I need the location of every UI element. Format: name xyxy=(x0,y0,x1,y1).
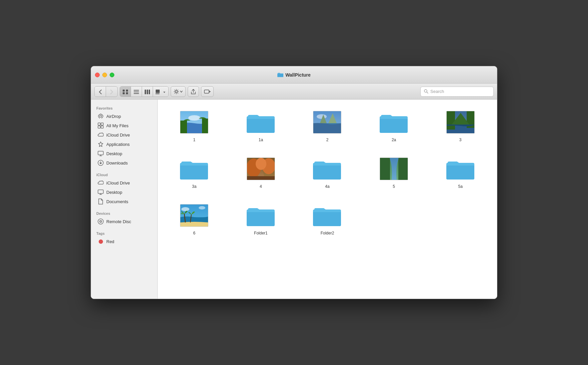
image-preview-2 xyxy=(313,111,341,134)
sidebar: Favorites AirDrop All My Files iCloud Dr… xyxy=(91,100,158,299)
file-item-1a[interactable]: 1a xyxy=(231,106,291,145)
file-item-4a[interactable]: 4a xyxy=(297,153,357,191)
file-item-3[interactable]: 3 xyxy=(430,106,490,145)
file-name-5: 5 xyxy=(393,184,395,189)
svg-line-17 xyxy=(427,92,428,93)
forward-button[interactable] xyxy=(106,87,117,97)
svg-rect-1 xyxy=(126,90,128,92)
gear-icon xyxy=(174,89,179,94)
file-item-4[interactable]: 4 xyxy=(231,153,291,191)
folder-svg-5a xyxy=(446,157,475,181)
svg-rect-2 xyxy=(123,92,125,94)
sidebar-label-airdrop: AirDrop xyxy=(106,114,121,119)
file-icon-4 xyxy=(246,156,276,182)
svg-rect-25 xyxy=(98,190,103,193)
svg-rect-43 xyxy=(247,176,275,180)
sidebar-item-downloads[interactable]: Downloads xyxy=(92,158,156,168)
sidebar-item-icloud-drive[interactable]: iCloud Drive xyxy=(92,178,156,187)
image-preview-1 xyxy=(180,111,208,134)
sidebar-item-desktop[interactable]: Desktop xyxy=(92,149,156,158)
maximize-button[interactable] xyxy=(110,73,114,77)
svg-rect-5 xyxy=(134,92,139,92)
sidebar-label-desktop: Desktop xyxy=(106,151,122,156)
image-preview-3 xyxy=(446,111,475,134)
file-item-1[interactable]: 1 xyxy=(164,106,224,145)
sidebar-item-tag-red[interactable]: Red xyxy=(92,237,156,246)
sidebar-label-icloud-drive: iCloud Drive xyxy=(106,181,130,185)
svg-rect-7 xyxy=(145,90,146,94)
file-icon-1 xyxy=(179,109,209,136)
svg-rect-9 xyxy=(149,90,150,94)
file-name-folder2: Folder2 xyxy=(321,231,334,235)
icon-view-icon xyxy=(123,90,128,94)
list-view-icon xyxy=(134,90,139,94)
column-view-button[interactable] xyxy=(142,87,153,97)
sidebar-item-remote-disc[interactable]: Remote Disc xyxy=(92,217,156,226)
svg-point-28 xyxy=(100,221,101,222)
sidebar-label-applications: Applications xyxy=(106,142,130,147)
tag-button[interactable] xyxy=(201,86,214,97)
action-button[interactable] xyxy=(171,86,186,97)
file-item-5[interactable]: 5 xyxy=(364,153,424,191)
svg-point-35 xyxy=(317,114,327,119)
sidebar-item-desktop-icloud[interactable]: Desktop xyxy=(92,187,156,197)
gallery-view-button[interactable] xyxy=(153,87,168,97)
sidebar-item-documents[interactable]: Documents xyxy=(92,197,156,206)
file-item-2a[interactable]: 2a xyxy=(364,106,424,145)
icloud-icon-fav xyxy=(98,132,104,138)
file-icon-5a xyxy=(445,156,475,182)
icon-view-button[interactable] xyxy=(120,87,131,97)
svg-rect-6 xyxy=(134,93,139,94)
sidebar-item-airdrop[interactable]: AirDrop xyxy=(92,112,156,121)
icloud-header: iCloud xyxy=(91,170,157,178)
sidebar-label-icloud-fav: iCloud Drive xyxy=(106,133,130,138)
svg-rect-3 xyxy=(126,92,128,94)
minimize-button[interactable] xyxy=(102,73,107,77)
svg-rect-0 xyxy=(123,90,125,92)
file-name-folder1: Folder1 xyxy=(254,231,268,235)
folder-svg-folder2 xyxy=(313,203,341,227)
back-button[interactable] xyxy=(95,87,106,97)
file-item-5a[interactable]: 5a xyxy=(430,153,490,191)
traffic-lights xyxy=(95,73,114,77)
tags-header: Tags xyxy=(91,229,157,237)
airdrop-icon xyxy=(98,113,104,119)
nav-buttons xyxy=(94,86,118,97)
file-icon-1a xyxy=(246,109,276,136)
file-name-3: 3 xyxy=(459,138,462,142)
file-item-2[interactable]: 2 xyxy=(297,106,357,145)
tag-icon xyxy=(204,89,211,94)
documents-icon xyxy=(98,198,104,204)
file-name-1: 1 xyxy=(193,138,195,142)
downloads-icon xyxy=(98,160,104,166)
main-content: Favorites AirDrop All My Files iCloud Dr… xyxy=(91,100,497,299)
file-item-6[interactable]: 6 xyxy=(164,199,224,238)
forward-icon xyxy=(110,90,113,94)
sidebar-label-all-my-files: All My Files xyxy=(106,123,128,128)
sidebar-item-applications[interactable]: Applications xyxy=(92,140,156,149)
close-button[interactable] xyxy=(95,73,100,77)
file-item-folder2[interactable]: Folder2 xyxy=(297,199,357,238)
svg-point-30 xyxy=(188,115,200,121)
folder-svg-2a xyxy=(380,110,408,134)
svg-rect-15 xyxy=(204,90,209,93)
search-icon xyxy=(424,89,428,94)
file-name-2a: 2a xyxy=(392,138,396,142)
share-button[interactable] xyxy=(188,86,199,97)
devices-header: Devices xyxy=(91,209,157,217)
svg-rect-10 xyxy=(156,90,160,93)
file-name-1a: 1a xyxy=(259,138,263,142)
list-view-button[interactable] xyxy=(131,87,142,97)
gallery-dropdown-icon xyxy=(163,90,166,94)
file-item-folder1[interactable]: Folder1 xyxy=(231,199,291,238)
sidebar-item-icloud-drive-fav[interactable]: iCloud Drive xyxy=(92,130,156,140)
file-item-3a[interactable]: 3a xyxy=(164,153,224,191)
icloud-icon xyxy=(98,180,104,186)
sidebar-item-all-my-files[interactable]: All My Files xyxy=(92,121,156,130)
sidebar-label-desktop-icloud: Desktop xyxy=(106,190,122,195)
svg-point-48 xyxy=(181,207,189,211)
titlebar: WallPicture xyxy=(91,66,497,84)
sidebar-label-downloads: Downloads xyxy=(106,161,128,166)
window-title: WallPicture xyxy=(285,72,311,78)
search-box[interactable]: Search xyxy=(420,87,494,97)
